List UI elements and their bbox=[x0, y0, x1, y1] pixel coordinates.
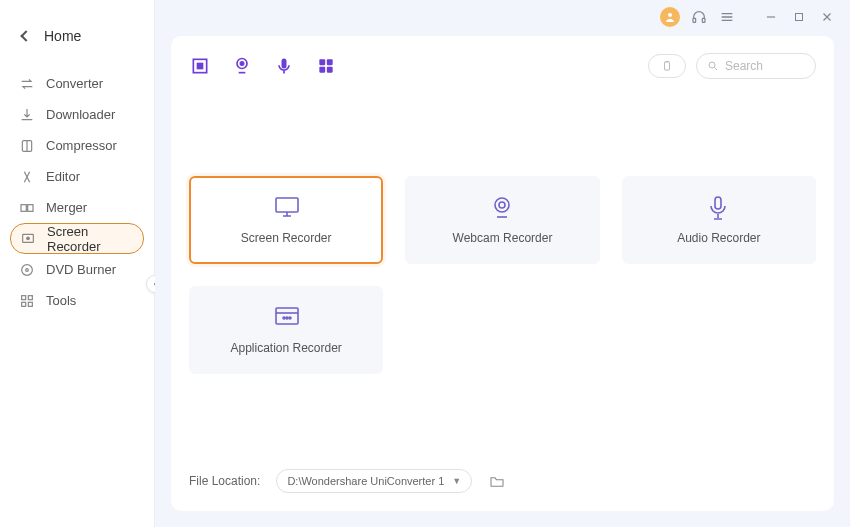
sidebar-item-label: Editor bbox=[46, 169, 80, 184]
chevron-down-icon: ▼ bbox=[452, 476, 461, 486]
search-input[interactable] bbox=[725, 59, 805, 73]
file-location-select[interactable]: D:\Wondershare UniConverter 1 ▼ bbox=[276, 469, 472, 493]
back-icon[interactable] bbox=[20, 30, 31, 41]
menu-icon[interactable] bbox=[718, 8, 736, 26]
svg-point-18 bbox=[240, 62, 243, 65]
window-icon bbox=[273, 305, 299, 327]
svg-rect-10 bbox=[28, 302, 32, 306]
svg-rect-14 bbox=[796, 14, 803, 21]
screen-recorder-card[interactable]: Screen Recorder bbox=[189, 176, 383, 264]
maximize-icon[interactable] bbox=[790, 8, 808, 26]
sidebar-item-label: Downloader bbox=[46, 107, 115, 122]
screen-mode-icon[interactable] bbox=[189, 55, 211, 77]
webcam-icon bbox=[489, 195, 515, 217]
mode-icons bbox=[189, 55, 337, 77]
converter-icon bbox=[18, 75, 36, 93]
audio-recorder-card[interactable]: Audio Recorder bbox=[622, 176, 816, 264]
svg-rect-30 bbox=[276, 308, 298, 324]
svg-rect-9 bbox=[22, 302, 26, 306]
card-label: Webcam Recorder bbox=[453, 231, 553, 245]
sidebar-item-label: Merger bbox=[46, 200, 87, 215]
svg-point-5 bbox=[22, 264, 33, 275]
svg-rect-19 bbox=[282, 59, 287, 69]
svg-rect-1 bbox=[21, 204, 26, 211]
svg-rect-2 bbox=[28, 204, 33, 211]
webcam-mode-icon[interactable] bbox=[231, 55, 253, 77]
svg-rect-7 bbox=[22, 295, 26, 299]
svg-point-25 bbox=[709, 62, 715, 68]
downloader-icon bbox=[18, 106, 36, 124]
clipboard-icon bbox=[661, 60, 673, 72]
content-card: Screen Recorder Webcam Recorder Audio Re… bbox=[171, 36, 834, 511]
search-box[interactable] bbox=[696, 53, 816, 79]
main-area: Screen Recorder Webcam Recorder Audio Re… bbox=[155, 0, 850, 527]
app-mode-icon[interactable] bbox=[315, 55, 337, 77]
clipboard-button[interactable] bbox=[648, 54, 686, 78]
sidebar-item-dvd-burner[interactable]: DVD Burner bbox=[10, 254, 144, 285]
screen-recorder-icon bbox=[19, 230, 37, 248]
compressor-icon bbox=[18, 137, 36, 155]
card-label: Application Recorder bbox=[230, 341, 341, 355]
file-location-label: File Location: bbox=[189, 474, 260, 488]
headset-icon[interactable] bbox=[690, 8, 708, 26]
titlebar bbox=[155, 0, 850, 34]
sidebar-item-compressor[interactable]: Compressor bbox=[10, 130, 144, 161]
svg-rect-24 bbox=[665, 62, 670, 70]
audio-mode-icon[interactable] bbox=[273, 55, 295, 77]
svg-point-11 bbox=[668, 13, 672, 17]
user-avatar-icon[interactable] bbox=[660, 7, 680, 27]
svg-rect-13 bbox=[702, 18, 705, 22]
svg-rect-22 bbox=[319, 67, 325, 73]
close-icon[interactable] bbox=[818, 8, 836, 26]
open-folder-button[interactable] bbox=[488, 472, 506, 490]
svg-rect-16 bbox=[198, 64, 203, 69]
dvd-burner-icon bbox=[18, 261, 36, 279]
footer-row: File Location: D:\Wondershare UniConvert… bbox=[189, 457, 816, 493]
sidebar-item-converter[interactable]: Converter bbox=[10, 68, 144, 99]
svg-rect-21 bbox=[327, 59, 333, 65]
card-label: Audio Recorder bbox=[677, 231, 760, 245]
webcam-recorder-card[interactable]: Webcam Recorder bbox=[405, 176, 599, 264]
search-icon bbox=[707, 60, 719, 72]
svg-point-27 bbox=[495, 198, 509, 212]
minimize-icon[interactable] bbox=[762, 8, 780, 26]
svg-rect-29 bbox=[715, 197, 721, 209]
recorder-cards-grid: Screen Recorder Webcam Recorder Audio Re… bbox=[189, 176, 816, 374]
svg-point-6 bbox=[26, 268, 29, 271]
svg-point-32 bbox=[283, 317, 285, 319]
editor-icon bbox=[18, 168, 36, 186]
sidebar-header: Home bbox=[0, 10, 154, 64]
merger-icon bbox=[18, 199, 36, 217]
card-label: Screen Recorder bbox=[241, 231, 332, 245]
nav-list: Converter Downloader Compressor Editor bbox=[0, 64, 154, 320]
svg-point-33 bbox=[289, 317, 291, 319]
sidebar-item-merger[interactable]: Merger bbox=[10, 192, 144, 223]
svg-rect-26 bbox=[276, 198, 298, 212]
svg-rect-23 bbox=[327, 67, 333, 73]
svg-point-28 bbox=[499, 202, 505, 208]
toolbar-right-controls bbox=[648, 53, 816, 79]
sidebar-item-label: Converter bbox=[46, 76, 103, 91]
sidebar-item-label: DVD Burner bbox=[46, 262, 116, 277]
svg-point-31 bbox=[286, 317, 288, 319]
mic-icon bbox=[706, 195, 732, 217]
file-location-value: D:\Wondershare UniConverter 1 bbox=[287, 475, 444, 487]
sidebar-item-label: Compressor bbox=[46, 138, 117, 153]
svg-rect-20 bbox=[319, 59, 325, 65]
app-window: Home Converter Downloader Compressor bbox=[0, 0, 850, 527]
sidebar-item-editor[interactable]: Editor bbox=[10, 161, 144, 192]
sidebar: Home Converter Downloader Compressor bbox=[0, 0, 155, 527]
sidebar-item-downloader[interactable]: Downloader bbox=[10, 99, 144, 130]
application-recorder-card[interactable]: Application Recorder bbox=[189, 286, 383, 374]
tools-icon bbox=[18, 292, 36, 310]
svg-point-4 bbox=[27, 237, 30, 240]
monitor-icon bbox=[273, 195, 299, 217]
home-label[interactable]: Home bbox=[44, 28, 81, 44]
toolbar-row bbox=[189, 50, 816, 82]
svg-rect-12 bbox=[693, 18, 696, 22]
sidebar-item-tools[interactable]: Tools bbox=[10, 285, 144, 316]
sidebar-item-label: Screen Recorder bbox=[47, 224, 135, 254]
sidebar-item-screen-recorder[interactable]: Screen Recorder bbox=[10, 223, 144, 254]
svg-rect-8 bbox=[28, 295, 32, 299]
sidebar-item-label: Tools bbox=[46, 293, 76, 308]
